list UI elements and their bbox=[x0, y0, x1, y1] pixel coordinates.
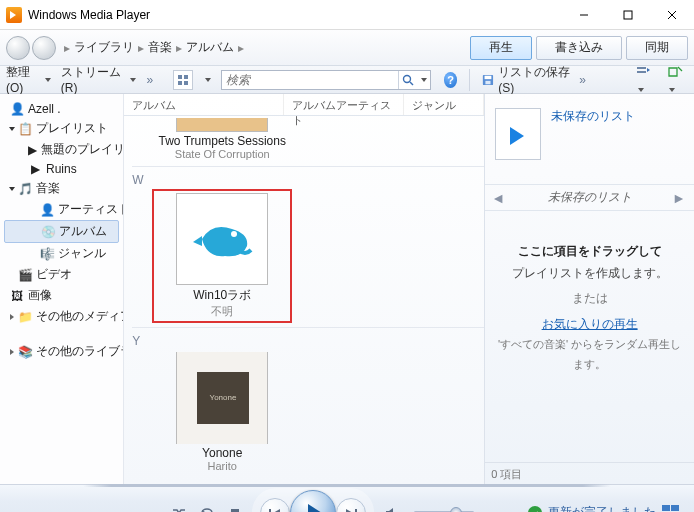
section-w: W bbox=[132, 166, 484, 189]
svg-point-16 bbox=[231, 231, 237, 237]
search-icon[interactable] bbox=[398, 71, 418, 89]
svg-rect-22 bbox=[355, 509, 357, 513]
repeat-button[interactable] bbox=[196, 502, 218, 513]
stream-menu[interactable]: ストリーム(R) bbox=[61, 64, 137, 95]
sync-complete-icon bbox=[528, 506, 542, 513]
play-button[interactable] bbox=[290, 490, 336, 513]
svg-rect-12 bbox=[486, 80, 491, 83]
svg-rect-1 bbox=[624, 11, 632, 19]
album-item[interactable]: Yonone Yonone Harito bbox=[152, 350, 292, 474]
sidebar-music[interactable]: 🎵音楽 bbox=[0, 178, 123, 199]
window-title: Windows Media Player bbox=[28, 8, 562, 22]
sidebar-video[interactable]: 🎬ビデオ bbox=[0, 264, 123, 285]
svg-rect-14 bbox=[637, 71, 646, 73]
status-text: 更新が完了しました bbox=[548, 504, 656, 512]
save-list-button[interactable]: リストの保存(S) bbox=[482, 64, 573, 95]
playlist-file-icon bbox=[495, 108, 541, 160]
chevron-down-icon[interactable] bbox=[9, 187, 15, 191]
forward-button[interactable] bbox=[32, 36, 56, 60]
sidebar-other-media[interactable]: 📁その他のメディア bbox=[0, 306, 123, 327]
sidebar-item-untitled[interactable]: ▶無題のプレイリスト bbox=[0, 139, 123, 160]
stop-button[interactable] bbox=[224, 502, 246, 513]
previous-button[interactable] bbox=[260, 498, 290, 513]
svg-line-9 bbox=[410, 82, 413, 85]
svg-rect-5 bbox=[184, 75, 188, 79]
sidebar-item-ruins[interactable]: ▶Ruins bbox=[0, 160, 123, 178]
app-icon bbox=[6, 7, 22, 23]
sidebar-other-libraries[interactable]: 📚その他のライブラリ bbox=[0, 341, 123, 362]
album-art: Yonone bbox=[176, 352, 268, 444]
tab-play[interactable]: 再生 bbox=[470, 36, 532, 60]
svg-rect-21 bbox=[269, 509, 271, 513]
unsaved-list-link[interactable]: 未保存のリスト bbox=[551, 109, 635, 123]
svg-rect-6 bbox=[178, 81, 182, 85]
svg-point-8 bbox=[404, 75, 411, 82]
drop-zone[interactable]: ここに項目をドラッグして プレイリストを作成します。 または お気に入りの再生 … bbox=[485, 211, 694, 375]
clear-list-button[interactable] bbox=[667, 64, 688, 95]
shuffle-button[interactable] bbox=[168, 502, 190, 513]
playlist-pane: 未保存のリスト ◄ 未保存のリスト ► ここに項目をドラッグして プレイリストを… bbox=[484, 94, 694, 484]
back-button[interactable] bbox=[6, 36, 30, 60]
album-art bbox=[176, 193, 268, 285]
sidebar-image[interactable]: 🖼画像 bbox=[0, 285, 123, 306]
favorites-play-link[interactable]: お気に入りの再生 bbox=[542, 317, 638, 331]
svg-rect-15 bbox=[177, 118, 267, 132]
switch-view-button[interactable] bbox=[662, 505, 682, 513]
search-box[interactable] bbox=[221, 70, 431, 90]
sidebar-playlist[interactable]: 📋プレイリスト bbox=[0, 118, 123, 139]
svg-text:Yonone: Yonone bbox=[210, 393, 237, 402]
chevron-down-icon[interactable] bbox=[9, 127, 15, 131]
album-item-selected[interactable]: Win10ラボ 不明 bbox=[152, 189, 292, 323]
next-button[interactable] bbox=[336, 498, 366, 513]
help-icon[interactable]: ? bbox=[444, 72, 458, 88]
sidebar-user[interactable]: 👤Azell . bbox=[0, 100, 123, 118]
sidebar-item-album[interactable]: 💿アルバム bbox=[4, 220, 119, 243]
sidebar-item-genre[interactable]: 🎼ジャンル bbox=[0, 243, 123, 264]
sidebar: 👤Azell . 📋プレイリスト ▶無題のプレイリスト ▶Ruins 🎵音楽 👤… bbox=[0, 94, 124, 484]
search-input[interactable] bbox=[222, 73, 398, 87]
maximize-button[interactable] bbox=[606, 0, 650, 30]
minimize-button[interactable] bbox=[562, 0, 606, 30]
album-item[interactable]: Two Trumpets Sessions State Of Corruptio… bbox=[152, 116, 292, 162]
chevron-right-icon[interactable] bbox=[10, 349, 14, 355]
view-options[interactable] bbox=[173, 70, 192, 90]
column-headers[interactable]: アルバム アルバムアーティスト ジャンル bbox=[124, 94, 484, 116]
breadcrumb[interactable]: ▸ライブラリ ▸音楽 ▸アルバム ▸ bbox=[64, 39, 244, 56]
mute-button[interactable] bbox=[380, 502, 402, 513]
organize-menu[interactable]: 整理(O) bbox=[6, 64, 51, 95]
close-button[interactable] bbox=[650, 0, 694, 30]
svg-rect-7 bbox=[184, 81, 188, 85]
section-y: Y bbox=[132, 327, 484, 350]
sidebar-item-artist[interactable]: 👤アーティスト bbox=[0, 199, 123, 220]
svg-rect-4 bbox=[178, 75, 182, 79]
prev-list-button[interactable]: ◄ bbox=[491, 190, 507, 206]
svg-rect-11 bbox=[485, 75, 492, 78]
playlist-title: 未保存のリスト bbox=[548, 189, 632, 206]
tab-burn[interactable]: 書き込み bbox=[536, 36, 622, 60]
next-list-button[interactable]: ► bbox=[672, 190, 688, 206]
tab-sync[interactable]: 同期 bbox=[626, 36, 688, 60]
item-count: 0 項目 bbox=[485, 462, 694, 484]
svg-rect-13 bbox=[637, 67, 646, 69]
svg-rect-20 bbox=[231, 509, 239, 513]
chevron-right-icon[interactable] bbox=[10, 314, 14, 320]
list-options-button[interactable] bbox=[634, 64, 657, 95]
